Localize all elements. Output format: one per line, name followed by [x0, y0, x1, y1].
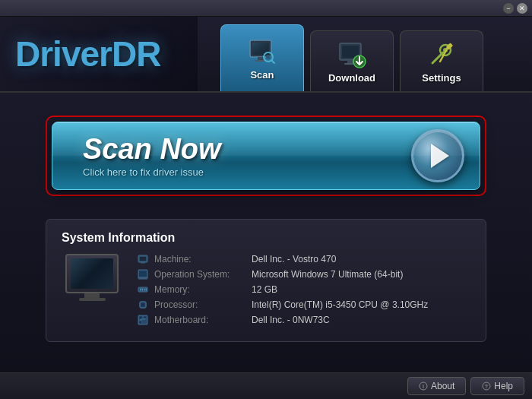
- memory-label: Memory:: [154, 284, 245, 295]
- play-arrow-icon: [431, 144, 449, 168]
- svg-rect-24: [139, 277, 147, 279]
- system-info-title: System Information: [62, 231, 470, 245]
- tab-scan-label: Scan: [250, 69, 274, 81]
- main-container: DriverDR: [0, 17, 532, 399]
- info-table: Machine: Dell Inc. - Vostro 470 Operatio…: [138, 254, 470, 330]
- svg-text:i: i: [423, 384, 424, 389]
- about-button[interactable]: i About: [407, 377, 466, 395]
- svg-rect-3: [258, 57, 264, 60]
- nav-tabs: Scan Download: [198, 17, 532, 91]
- table-row: Processor: Intel(R) Core(TM) i5-3450 CPU…: [138, 299, 470, 310]
- monitor-graphic: [65, 254, 119, 293]
- tab-download[interactable]: Download: [310, 30, 394, 91]
- svg-text:?: ?: [485, 384, 488, 389]
- table-row: Operation System: Microsoft Windows 7 Ul…: [138, 269, 470, 280]
- app-logo: DriverDR: [15, 33, 160, 74]
- svg-rect-31: [141, 303, 145, 307]
- processor-icon: [138, 299, 148, 310]
- svg-rect-47: [139, 321, 141, 324]
- motherboard-value: Dell Inc. - 0NW73C: [252, 315, 330, 325]
- title-bar: − ✕: [0, 0, 532, 17]
- svg-rect-46: [144, 316, 147, 318]
- svg-rect-27: [142, 289, 144, 291]
- monitor-screen: [71, 258, 113, 289]
- processor-label: Processor:: [154, 299, 245, 310]
- os-value: Microsoft Windows 7 Ultimate (64-bit): [252, 269, 403, 280]
- content-area: Scan Now Click here to fix driver issue …: [0, 93, 532, 365]
- memory-icon: [138, 284, 148, 295]
- machine-value: Dell Inc. - Vostro 470: [252, 254, 336, 264]
- os-label: Operation System:: [154, 269, 245, 280]
- help-label: Help: [494, 381, 513, 391]
- close-button[interactable]: ✕: [517, 3, 527, 14]
- settings-tab-icon: [426, 39, 457, 69]
- table-row: Machine: Dell Inc. - Vostro 470: [138, 254, 470, 264]
- tab-download-label: Download: [328, 72, 375, 84]
- table-row: Motherboard: Dell Inc. - 0NW73C: [138, 315, 470, 325]
- download-tab-icon: [337, 39, 367, 69]
- svg-line-6: [272, 61, 275, 64]
- svg-rect-26: [140, 289, 141, 291]
- scan-now-button[interactable]: Scan Now Click here to fix driver issue: [52, 122, 480, 190]
- tab-settings-label: Settings: [422, 72, 461, 84]
- about-label: About: [431, 381, 454, 391]
- scan-now-subtitle: Click here to fix driver issue: [83, 166, 221, 178]
- about-icon: i: [419, 382, 428, 391]
- computer-graphic: [62, 254, 122, 330]
- scan-button-text: Scan Now Click here to fix driver issue: [83, 135, 221, 178]
- os-icon: [138, 269, 148, 280]
- help-icon: ?: [482, 382, 491, 391]
- svg-rect-29: [146, 289, 147, 291]
- scan-button-wrapper: Scan Now Click here to fix driver issue: [46, 116, 486, 196]
- svg-rect-10: [347, 60, 353, 63]
- machine-icon: [138, 254, 148, 264]
- system-info-content: Machine: Dell Inc. - Vostro 470 Operatio…: [62, 254, 470, 330]
- processor-value: Intel(R) Core(TM) i5-3450 CPU @ 3.10GHz: [252, 299, 428, 310]
- logo-area: DriverDR: [0, 17, 198, 91]
- scan-tab-icon: [247, 36, 277, 66]
- memory-value: 12 GB: [252, 284, 277, 295]
- svg-rect-45: [139, 316, 142, 319]
- table-row: Memory: 12 GB: [138, 284, 470, 295]
- svg-rect-23: [139, 271, 147, 277]
- header: DriverDR: [0, 17, 532, 93]
- monitor-stand: [79, 298, 106, 301]
- motherboard-icon: [138, 315, 148, 325]
- svg-rect-20: [140, 257, 146, 261]
- help-button[interactable]: ? Help: [470, 377, 524, 395]
- svg-rect-21: [141, 262, 145, 264]
- scan-now-title: Scan Now: [83, 135, 221, 163]
- motherboard-label: Motherboard:: [154, 315, 245, 325]
- svg-point-7: [266, 55, 271, 59]
- machine-label: Machine:: [154, 254, 245, 264]
- bottom-bar: i About ? Help: [0, 372, 532, 399]
- system-info-section: System Information: [46, 219, 486, 342]
- minimize-button[interactable]: −: [503, 3, 514, 14]
- tab-settings[interactable]: Settings: [400, 30, 483, 91]
- scan-arrow-button[interactable]: [411, 129, 464, 182]
- tab-scan[interactable]: Scan: [220, 24, 304, 91]
- svg-rect-28: [144, 289, 145, 291]
